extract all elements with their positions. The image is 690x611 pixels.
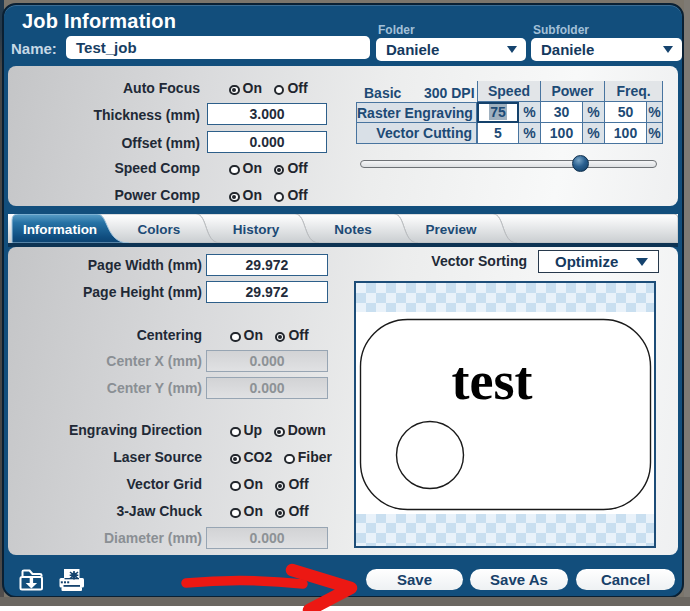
svg-text:Colors: Colors: [138, 222, 181, 237]
svg-text:Notes: Notes: [334, 222, 372, 237]
svg-text:Preview: Preview: [425, 222, 477, 237]
svg-text:test: test: [452, 351, 533, 411]
svg-text:Information: Information: [23, 222, 97, 237]
svg-text:History: History: [233, 222, 280, 237]
